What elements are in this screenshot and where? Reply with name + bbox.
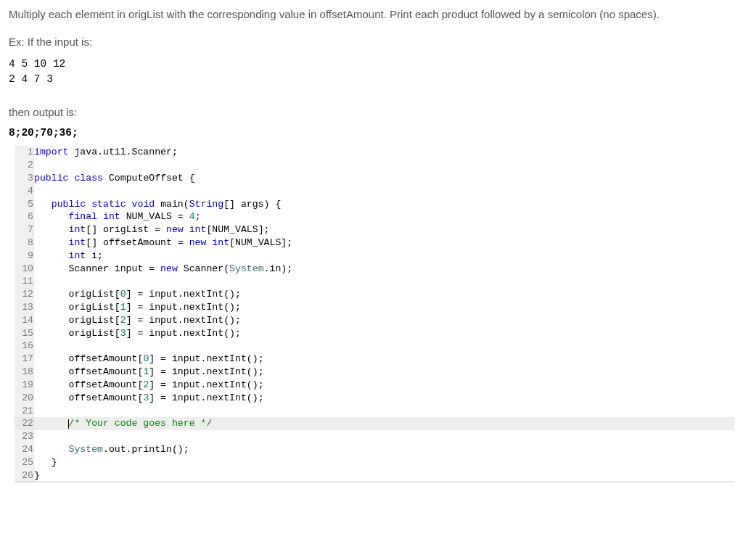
- code-line[interactable]: 21: [15, 405, 734, 418]
- line-number: 26: [15, 469, 34, 482]
- line-number: 1: [15, 146, 34, 159]
- line-number: 20: [15, 392, 34, 405]
- code-line[interactable]: 5 public static void main(String[] args)…: [15, 198, 734, 211]
- line-number: 25: [15, 456, 34, 469]
- line-number: 22: [15, 417, 34, 430]
- then-output-label: then output is:: [9, 106, 734, 118]
- code-line[interactable]: 11: [15, 275, 734, 288]
- line-content[interactable]: int i;: [34, 250, 735, 263]
- code-line[interactable]: 17 offsetAmount[0] = input.nextInt();: [15, 353, 734, 366]
- code-line[interactable]: 8 int[] offsetAmount = new int[NUM_VALS]…: [15, 236, 734, 250]
- code-line[interactable]: 26}: [15, 469, 734, 482]
- code-line[interactable]: 13 origList[1] = input.nextInt();: [15, 301, 734, 314]
- line-content[interactable]: origList[3] = input.nextInt();: [34, 327, 735, 340]
- line-content[interactable]: /* Your code goes here */: [34, 417, 735, 430]
- line-content[interactable]: origList[2] = input.nextInt();: [34, 314, 735, 327]
- code-line[interactable]: 1import java.util.Scanner;: [15, 146, 734, 159]
- line-number: 2: [15, 159, 34, 172]
- problem-statement: Multiply each element in origList with t…: [9, 6, 734, 22]
- code-line[interactable]: 22 /* Your code goes here */: [15, 417, 734, 430]
- line-number: 21: [15, 405, 34, 418]
- line-content[interactable]: offsetAmount[3] = input.nextInt();: [34, 392, 735, 405]
- code-line[interactable]: 23: [15, 430, 734, 443]
- line-number: 16: [15, 339, 34, 353]
- line-content[interactable]: Scanner input = new Scanner(System.in);: [34, 263, 735, 276]
- line-content[interactable]: offsetAmount[2] = input.nextInt();: [34, 379, 735, 392]
- line-content[interactable]: [34, 275, 735, 288]
- line-number: 24: [15, 443, 34, 456]
- code-line[interactable]: 20 offsetAmount[3] = input.nextInt();: [15, 392, 734, 405]
- line-content[interactable]: import java.util.Scanner;: [34, 146, 735, 159]
- code-line[interactable]: 25 }: [15, 456, 734, 469]
- line-number: 9: [15, 250, 34, 263]
- code-line[interactable]: 19 offsetAmount[2] = input.nextInt();: [15, 379, 734, 392]
- line-number: 15: [15, 327, 34, 340]
- line-number: 12: [15, 288, 34, 301]
- line-number: 6: [15, 210, 34, 223]
- line-number: 18: [15, 366, 34, 379]
- line-number: 8: [15, 236, 34, 250]
- line-number: 4: [15, 185, 34, 198]
- code-line[interactable]: 14 origList[2] = input.nextInt();: [15, 314, 734, 327]
- code-editor[interactable]: 1import java.util.Scanner;2 3public clas…: [15, 146, 734, 482]
- line-content[interactable]: origList[1] = input.nextInt();: [34, 301, 735, 314]
- line-number: 10: [15, 263, 34, 276]
- code-line[interactable]: 7 int[] origList = new int[NUM_VALS];: [15, 223, 734, 236]
- example-output-block: 8;20;70;36;: [9, 127, 734, 139]
- code-line[interactable]: 2: [15, 159, 734, 172]
- line-content[interactable]: offsetAmount[1] = input.nextInt();: [34, 366, 735, 379]
- line-content[interactable]: [34, 159, 735, 172]
- line-number: 19: [15, 379, 34, 392]
- code-line[interactable]: 4: [15, 185, 734, 198]
- code-line[interactable]: 18 offsetAmount[1] = input.nextInt();: [15, 366, 734, 379]
- code-line[interactable]: 12 origList[0] = input.nextInt();: [15, 288, 734, 301]
- code-line[interactable]: 16: [15, 339, 734, 353]
- line-content[interactable]: public static void main(String[] args) {: [34, 198, 735, 211]
- line-content[interactable]: [34, 185, 735, 198]
- page-container: Multiply each element in origList with t…: [0, 0, 743, 482]
- line-content[interactable]: }: [34, 469, 735, 482]
- line-number: 13: [15, 301, 34, 314]
- line-number: 11: [15, 275, 34, 288]
- line-content[interactable]: [34, 339, 735, 353]
- line-content[interactable]: public class ComputeOffset {: [34, 172, 735, 185]
- code-line[interactable]: 6 final int NUM_VALS = 4;: [15, 210, 734, 223]
- line-content[interactable]: origList[0] = input.nextInt();: [34, 288, 735, 301]
- line-content[interactable]: [34, 405, 735, 418]
- line-content[interactable]: final int NUM_VALS = 4;: [34, 210, 735, 223]
- code-table: 1import java.util.Scanner;2 3public clas…: [15, 146, 734, 482]
- line-content[interactable]: int[] origList = new int[NUM_VALS];: [34, 223, 735, 236]
- example-input-block: 4 5 10 12 2 4 7 3: [9, 57, 734, 87]
- line-number: 3: [15, 172, 34, 185]
- line-content[interactable]: offsetAmount[0] = input.nextInt();: [34, 353, 735, 366]
- code-line[interactable]: 10 Scanner input = new Scanner(System.in…: [15, 263, 734, 276]
- line-content[interactable]: int[] offsetAmount = new int[NUM_VALS];: [34, 236, 735, 250]
- line-number: 14: [15, 314, 34, 327]
- code-line[interactable]: 15 origList[3] = input.nextInt();: [15, 327, 734, 340]
- code-line[interactable]: 24 System.out.println();: [15, 443, 734, 456]
- line-content[interactable]: [34, 430, 735, 443]
- line-number: 17: [15, 353, 34, 366]
- code-line[interactable]: 3public class ComputeOffset {: [15, 172, 734, 185]
- line-number: 5: [15, 198, 34, 211]
- example-input-label: Ex: If the input is:: [9, 36, 734, 48]
- line-content[interactable]: }: [34, 456, 735, 469]
- line-number: 23: [15, 430, 34, 443]
- code-line[interactable]: 9 int i;: [15, 250, 734, 263]
- line-number: 7: [15, 223, 34, 236]
- line-content[interactable]: System.out.println();: [34, 443, 735, 456]
